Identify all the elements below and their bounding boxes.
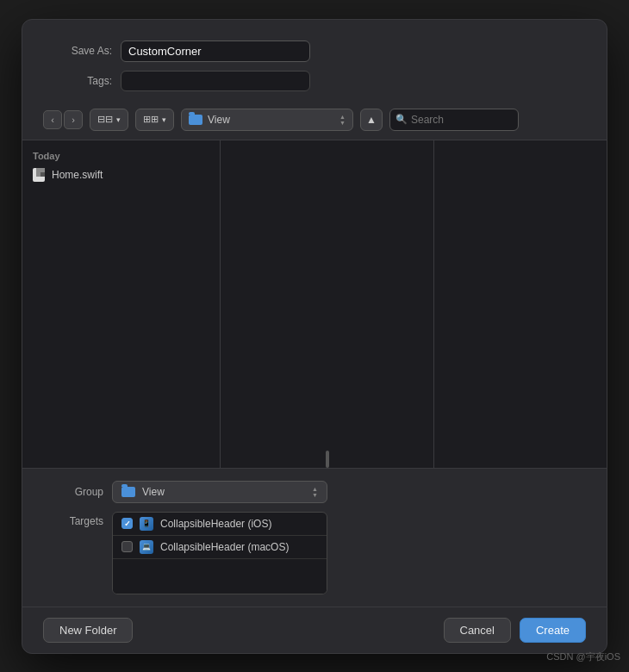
target-label-macos: CollapsibleHeader (macOS) <box>160 541 289 553</box>
dialog-footer: New Folder Cancel Create <box>22 607 607 653</box>
nav-buttons: ‹ › <box>43 110 83 129</box>
save-as-row: Save As: <box>43 40 586 62</box>
tags-input[interactable] <box>121 71 310 91</box>
group-value: View <box>142 486 305 498</box>
group-updown-icon: ▲ ▼ <box>312 486 318 498</box>
group-folder-icon <box>121 487 135 497</box>
create-button[interactable]: Create <box>520 618 586 643</box>
location-dropdown[interactable]: View ▲ ▼ <box>181 109 353 131</box>
group-row: Group View ▲ ▼ <box>43 481 586 503</box>
sidebar-pane: Today Home.swift <box>22 140 221 468</box>
tags-row: Tags: <box>43 71 586 91</box>
location-updown-icon: ▲ ▼ <box>339 114 346 126</box>
middle-pane <box>221 140 434 468</box>
right-pane <box>434 140 607 468</box>
toolbar: ‹ › ⊟⊟ ▾ ⊞⊞ ▾ View ▲ ▼ ▲ 🔍 <box>22 100 607 140</box>
targets-list: 📱 CollapsibleHeader (iOS) 💻 CollapsibleH… <box>112 512 327 594</box>
folder-icon <box>189 115 202 125</box>
dialog-top-section: Save As: Tags: <box>22 20 607 100</box>
group-dropdown[interactable]: View ▲ ▼ <box>112 481 327 503</box>
target-checkbox-macos[interactable] <box>121 541 133 552</box>
target-icon-macos: 💻 <box>140 540 153 554</box>
list-view-chevron: ▾ <box>116 115 121 124</box>
targets-section: Targets 📱 CollapsibleHeader (iOS) 💻 Coll… <box>43 512 586 594</box>
new-folder-button[interactable]: New Folder <box>43 618 133 643</box>
grid-view-chevron: ▾ <box>162 115 166 124</box>
sidebar-item-label: Home.swift <box>52 169 103 181</box>
group-label: Group <box>43 486 103 498</box>
target-empty-row-2 <box>113 576 327 594</box>
watermark: CSDN @宇夜iOS <box>546 650 620 663</box>
search-wrapper: 🔍 <box>389 109 519 131</box>
up-button[interactable]: ▲ <box>360 109 383 131</box>
search-input[interactable] <box>389 109 519 131</box>
back-button[interactable]: ‹ <box>43 110 62 129</box>
grid-view-icon: ⊞⊞ <box>143 114 159 125</box>
target-icon-ios: 📱 <box>140 517 153 531</box>
tags-label: Tags: <box>43 75 112 87</box>
target-item-ios[interactable]: 📱 CollapsibleHeader (iOS) <box>113 513 327 536</box>
target-empty-row-1 <box>113 559 327 576</box>
target-item-macos[interactable]: 💻 CollapsibleHeader (macOS) <box>113 536 327 559</box>
list-view-button[interactable]: ⊟⊟ ▾ <box>90 109 128 131</box>
target-checkbox-ios[interactable] <box>121 518 133 529</box>
sidebar-item-home-swift[interactable]: Home.swift <box>22 165 220 185</box>
divider-handle[interactable] <box>326 451 329 468</box>
footer-right: Cancel Create <box>444 618 587 643</box>
save-as-label: Save As: <box>43 45 112 57</box>
location-label: View <box>208 114 334 126</box>
browser-area: Today Home.swift <box>22 140 607 468</box>
save-dialog: Save As: Tags: ‹ › ⊟⊟ ▾ ⊞⊞ ▾ View <box>22 19 607 654</box>
forward-icon: › <box>72 115 75 125</box>
save-as-input[interactable] <box>121 40 310 62</box>
list-view-icon: ⊟⊟ <box>97 114 113 125</box>
grid-view-button[interactable]: ⊞⊞ ▾ <box>135 109 174 131</box>
file-icon <box>33 168 45 182</box>
target-label-ios: CollapsibleHeader (iOS) <box>160 518 271 530</box>
up-icon: ▲ <box>366 114 377 126</box>
cancel-button[interactable]: Cancel <box>444 618 511 643</box>
back-icon: ‹ <box>51 115 54 125</box>
forward-button[interactable]: › <box>64 110 83 129</box>
targets-label: Targets <box>43 512 103 527</box>
sidebar-group-label: Today <box>22 147 220 165</box>
dialog-bottom-section: Group View ▲ ▼ Targets 📱 CollapsibleHead… <box>22 468 607 607</box>
